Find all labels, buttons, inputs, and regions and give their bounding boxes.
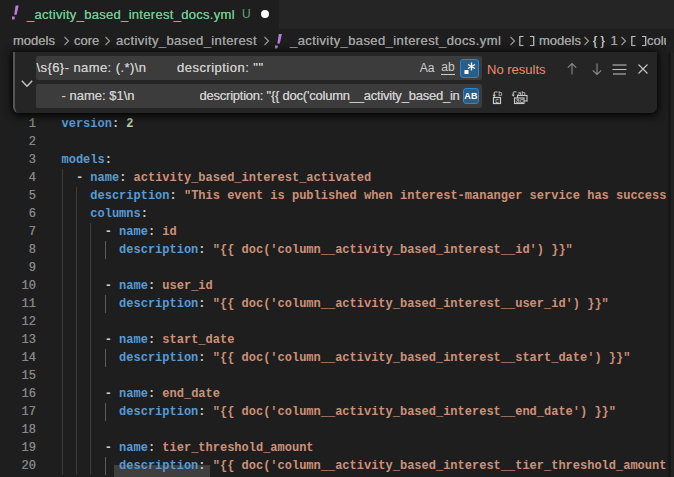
svg-text:c: c (495, 97, 499, 104)
svg-text:ac: ac (516, 97, 524, 104)
